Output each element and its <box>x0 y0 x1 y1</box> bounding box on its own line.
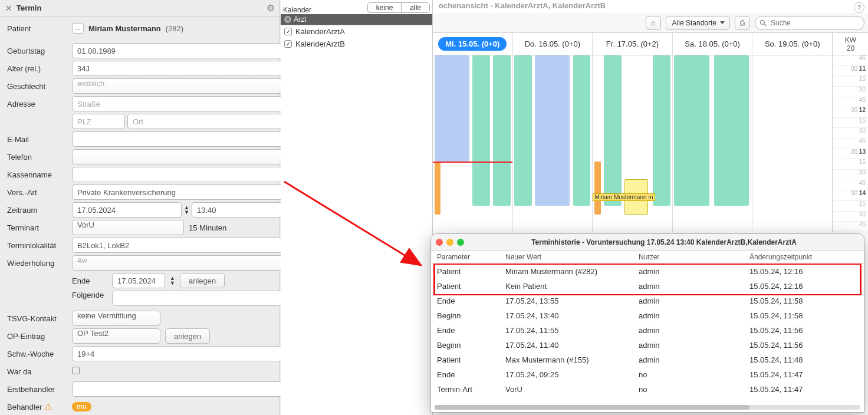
calendar-item-label: KalenderArztA <box>295 27 345 36</box>
anlegen-button[interactable]: anlegen <box>180 273 225 288</box>
dialog-title: Terminhistorie - Voruntersuchung 17.05.2… <box>469 238 859 246</box>
age-label: Alter (rel.) <box>7 64 68 73</box>
anlegen-op-button[interactable]: anlegen <box>165 328 210 344</box>
apptype-select[interactable]: VorU <box>72 220 184 235</box>
day-header[interactable]: Sa. 18.05. (0+0) <box>673 33 753 55</box>
home-icon[interactable]: ⌂ <box>646 16 661 30</box>
beh-label: Behandler⚠ <box>7 401 68 412</box>
warning-icon: ⚠ <box>44 401 52 412</box>
kw-label: KW <box>845 36 856 44</box>
address-label: Adresse <box>7 100 68 108</box>
plz-input[interactable] <box>72 114 125 129</box>
day-header[interactable]: Mi. 15.05. (0+0) <box>433 33 513 55</box>
day-header[interactable]: So. 19.05. (0+0) <box>752 33 833 55</box>
filter-all-button[interactable]: alle <box>401 3 429 12</box>
close-icon[interactable]: ✕ <box>5 4 13 12</box>
appointment-label[interactable]: Miriam Mustermann m <box>593 193 655 201</box>
location-select[interactable]: Alle Standorte <box>666 16 730 30</box>
horizontal-scrollbar[interactable] <box>435 405 860 410</box>
time-scale: 4500 1115304500 1215304500 1315304500 14… <box>833 55 868 232</box>
warda-checkbox[interactable] <box>72 367 80 374</box>
kalender-label: Kalender <box>283 6 367 14</box>
checkbox-icon[interactable]: ✓ <box>284 40 292 48</box>
kw-cell: KW 20 <box>833 33 868 55</box>
verstype-label: Vers.-Art <box>7 188 68 197</box>
svg-line-1 <box>764 24 767 26</box>
filter-segment: keine alle <box>367 2 430 13</box>
following-label: Folgende <box>72 291 107 306</box>
erst-label: Erstbehandler <box>7 385 68 394</box>
warda-label: War da <box>7 367 68 376</box>
gear-icon[interactable]: ⚙ <box>267 2 275 14</box>
patient-id: (282) <box>166 24 183 33</box>
help-icon[interactable]: ? <box>854 2 864 13</box>
svg-point-0 <box>760 20 764 24</box>
panel-title: Termin <box>17 4 267 12</box>
calendar-item[interactable]: ✓KalenderArztB <box>281 38 432 50</box>
calendar-item-label: KalenderArztB <box>295 39 345 48</box>
search-input[interactable] <box>755 16 864 30</box>
table-row[interactable]: Ende17.05.24, 09:25no15.05.24, 11:47 <box>431 367 864 382</box>
table-row[interactable]: Ende17.05.24, 13:55admin15.05.24, 11:58 <box>431 294 864 308</box>
op-label: OP-Eintrag <box>7 332 68 341</box>
appointment-panel: ✕ Termin ⚙ Patient — Miriam Mustermann (… <box>0 0 280 415</box>
patient-name: Miriam Mustermann <box>88 24 161 33</box>
checkbox-icon[interactable]: ✓ <box>284 28 292 35</box>
close-group-icon[interactable]: ✕ <box>284 16 291 23</box>
patient-chip-icon[interactable]: — <box>72 23 84 34</box>
day-header[interactable]: Fr. 17.05. (0+2) <box>593 33 673 55</box>
highlight-box <box>433 264 862 295</box>
history-dialog: Terminhistorie - Voruntersuchung 17.05.2… <box>430 233 864 413</box>
table-row[interactable]: Ende17.05.24, 11:55admin15.05.24, 11:56 <box>431 323 864 338</box>
day-col-sat[interactable] <box>673 55 753 232</box>
day-col-thu[interactable] <box>513 55 593 232</box>
patient-label: Patient <box>7 24 68 33</box>
table-header: Parameter Neuer Wert Nutzer Änderungszei… <box>431 251 864 264</box>
duration-text: 15 Minuten <box>189 223 226 232</box>
tsvg-select[interactable]: keine Vermittlung <box>72 311 160 326</box>
insurance-label: Kassenname <box>7 170 68 179</box>
table-row[interactable]: Beginn17.05.24, 11:40admin15.05.24, 11:5… <box>431 338 864 353</box>
print-icon[interactable]: ⎙ <box>735 16 750 30</box>
phone-label: Telefon <box>7 153 68 162</box>
end-date-input[interactable] <box>112 273 165 288</box>
day-col-fri[interactable]: Miriam Mustermann m <box>593 55 673 232</box>
day-header[interactable]: Do. 16.05. (0+0) <box>513 33 593 55</box>
group-arzt[interactable]: ✕Arzt <box>281 14 432 25</box>
period-label: Zeitraum <box>7 206 68 215</box>
window-title: ochenansicht - KalenderArztA, KalenderAr… <box>433 0 611 11</box>
gender-label: Geschlecht <box>7 82 68 91</box>
op-select[interactable]: OP Test2 <box>72 328 160 344</box>
end-label: Ende <box>72 276 107 285</box>
calendar-item[interactable]: ✓KalenderArztA <box>281 25 432 38</box>
date-from-input[interactable] <box>72 202 182 218</box>
table-row[interactable]: Beginn17.05.24, 13:40admin15.05.24, 11:5… <box>431 308 864 323</box>
kw-value: 20 <box>847 44 854 52</box>
filter-none-button[interactable]: keine <box>368 3 402 12</box>
window-zoom-icon[interactable] <box>457 239 464 246</box>
window-close-icon[interactable] <box>436 239 443 246</box>
table-row[interactable]: Termin-ArtVorUno15.05.24, 11:47 <box>431 382 864 397</box>
table-row[interactable]: PatientMax Mustermann (#155)admin15.05.2… <box>431 353 864 367</box>
locality-label: Terminlokalität <box>7 241 68 250</box>
calendar-grid[interactable]: Miriam Mustermann m 4500 1115304500 1215… <box>433 55 868 232</box>
birthday-label: Geburtstag <box>7 47 68 55</box>
day-col-wed[interactable] <box>433 55 513 232</box>
stepper-icon[interactable]: ▲▼ <box>170 276 175 285</box>
tsvg-label: TSVG-Kontakt <box>7 314 68 323</box>
search-icon <box>759 19 767 27</box>
window-minimize-icon[interactable] <box>446 239 453 246</box>
calendar-filter-panel: Kalender keine alle ✕Arzt ✓KalenderArztA… <box>281 0 433 415</box>
day-col-sun[interactable] <box>752 55 833 232</box>
apptype-label: Terminart <box>7 223 68 232</box>
repeat-label: Wiederholung <box>7 259 68 268</box>
now-line <box>433 162 512 163</box>
email-label: E-Mail <box>7 135 68 144</box>
stepper-icon[interactable]: ▲▼ <box>184 205 189 215</box>
mu-pill[interactable]: mu <box>72 402 91 411</box>
schw-label: Schw.-Woche <box>7 350 68 358</box>
